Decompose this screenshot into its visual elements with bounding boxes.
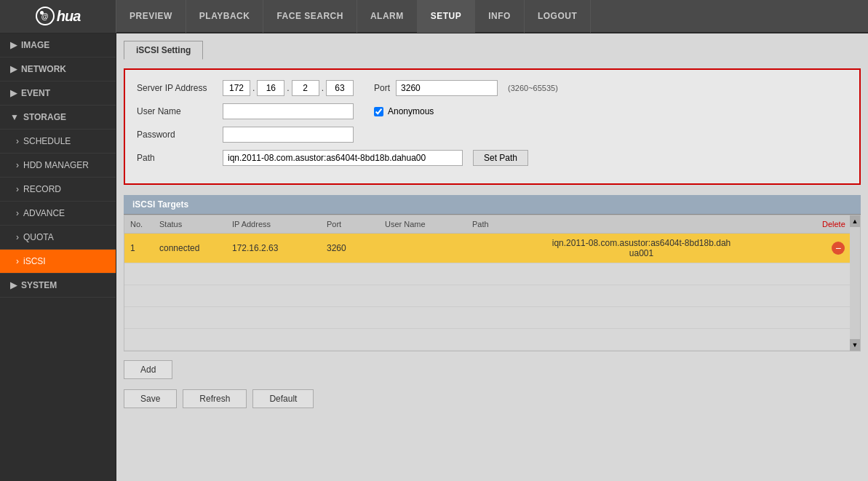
scroll-down[interactable]: ▼ <box>850 339 860 351</box>
path-input[interactable] <box>223 150 463 166</box>
targets-header: iSCSI Targets <box>124 195 861 215</box>
sidebar-item-schedule[interactable]: › SCHEDULE <box>0 130 116 154</box>
sidebar-item-iscsi[interactable]: › iSCSI <box>0 250 116 274</box>
username-label: User Name <box>137 106 217 116</box>
username-input[interactable] <box>223 103 354 119</box>
tab-preview[interactable]: PREVIEW <box>116 0 186 33</box>
tab-iscsi-setting[interactable]: iSCSI Setting <box>124 41 203 60</box>
sidebar: ▶ IMAGE ▶ NETWORK ▶ EVENT ▼ STORAGE › SC… <box>0 33 116 481</box>
tab-alarm[interactable]: ALARM <box>357 0 418 33</box>
col-status: Status <box>154 215 226 234</box>
add-button-row: Add <box>124 360 861 379</box>
tab-setup[interactable]: SETUP <box>418 0 476 33</box>
refresh-button[interactable]: Refresh <box>183 389 247 408</box>
cell-username <box>379 234 466 263</box>
chevron-icon: › <box>16 184 19 194</box>
server-ip-row: Server IP Address . . . Port (3260~65535… <box>137 80 848 96</box>
sidebar-item-image[interactable]: ▶ IMAGE <box>0 33 116 57</box>
chevron-icon: › <box>16 160 19 170</box>
anonymous-group: Anonymous <box>374 106 434 116</box>
ip-dot-2: . <box>286 83 290 93</box>
chevron-icon: › <box>16 136 19 146</box>
sidebar-item-storage[interactable]: ▼ STORAGE <box>0 106 116 130</box>
table-row: 1 connected 172.16.2.63 3260 iqn.2011-08… <box>124 234 860 263</box>
logo: @ hua <box>0 0 116 33</box>
anonymous-label: Anonymous <box>388 106 434 116</box>
expand-icon: ▼ <box>10 112 19 122</box>
ip-address-group: . . . <box>223 80 354 96</box>
col-port: Port <box>321 215 379 234</box>
sidebar-item-system[interactable]: ▶ SYSTEM <box>0 274 116 298</box>
port-range-hint: (3260~65535) <box>508 84 558 92</box>
expand-icon: ▶ <box>10 40 17 50</box>
port-input[interactable] <box>396 80 498 96</box>
expand-icon: ▶ <box>10 280 17 290</box>
settings-form: Server IP Address . . . Port (3260~65535… <box>124 68 861 185</box>
sidebar-item-event[interactable]: ▶ EVENT <box>0 82 116 106</box>
cell-ip: 172.16.2.63 <box>226 234 321 263</box>
bottom-buttons: Save Refresh Default <box>124 389 861 408</box>
ip-dot-3: . <box>321 83 324 93</box>
expand-icon: ▶ <box>10 64 17 74</box>
tab-playback[interactable]: PLAYBACK <box>186 0 264 33</box>
targets-section: iSCSI Targets No. Status IP Address Port… <box>124 195 861 351</box>
tab-info[interactable]: INFO <box>475 0 525 33</box>
sidebar-item-advance[interactable]: › ADVANCE <box>0 202 116 226</box>
password-label: Password <box>137 130 217 140</box>
path-label: Path <box>137 153 217 163</box>
cell-port: 3260 <box>321 234 379 263</box>
sidebar-item-hdd-manager[interactable]: › HDD MANAGER <box>0 154 116 178</box>
port-label: Port <box>374 83 390 93</box>
sidebar-item-quota[interactable]: › QUOTA <box>0 226 116 250</box>
ip-octet-3[interactable] <box>292 80 319 96</box>
chevron-icon: › <box>16 208 19 218</box>
col-username: User Name <box>379 215 466 234</box>
col-no: No. <box>124 215 154 234</box>
save-button[interactable]: Save <box>124 389 177 408</box>
anonymous-checkbox[interactable] <box>374 107 383 116</box>
chevron-icon: › <box>16 256 19 266</box>
table-scrollbar[interactable]: ▲ ▼ <box>850 215 860 351</box>
targets-table: No. Status IP Address Port User Name Pat… <box>124 215 860 351</box>
content-area: iSCSI Setting Server IP Address . . . Po… <box>116 33 868 481</box>
username-row: User Name Anonymous <box>137 103 848 119</box>
cell-no: 1 <box>124 234 154 263</box>
expand-icon: ▶ <box>10 88 17 98</box>
ip-octet-1[interactable] <box>223 80 250 96</box>
cell-path: iqn.2011-08.com.asustor:as6404t-8bd18b.d… <box>466 234 816 263</box>
chevron-icon: › <box>16 232 19 242</box>
default-button[interactable]: Default <box>252 389 314 408</box>
nav-tabs: PREVIEW PLAYBACK FACE SEARCH ALARM SETUP… <box>116 0 868 33</box>
tab-logout[interactable]: LOGOUT <box>525 0 591 33</box>
server-ip-label: Server IP Address <box>137 83 217 93</box>
sidebar-item-record[interactable]: › RECORD <box>0 178 116 202</box>
logo-text: hua <box>57 8 81 25</box>
add-button[interactable]: Add <box>124 360 172 379</box>
ip-dot-1: . <box>252 83 255 93</box>
scroll-up[interactable]: ▲ <box>850 215 860 227</box>
col-ip: IP Address <box>226 215 321 234</box>
path-row: Path Set Path <box>137 150 848 166</box>
ip-octet-4[interactable] <box>326 80 354 96</box>
set-path-button[interactable]: Set Path <box>473 150 528 166</box>
delete-icon[interactable]: − <box>832 242 845 255</box>
page-tab-bar: iSCSI Setting <box>124 41 861 60</box>
password-row: Password <box>137 127 848 143</box>
sidebar-item-network[interactable]: ▶ NETWORK <box>0 57 116 82</box>
cell-status: connected <box>154 234 226 263</box>
ip-octet-2[interactable] <box>257 80 284 96</box>
tab-face-search[interactable]: FACE SEARCH <box>263 0 357 33</box>
col-path: Path <box>466 215 816 234</box>
password-input[interactable] <box>223 127 354 143</box>
